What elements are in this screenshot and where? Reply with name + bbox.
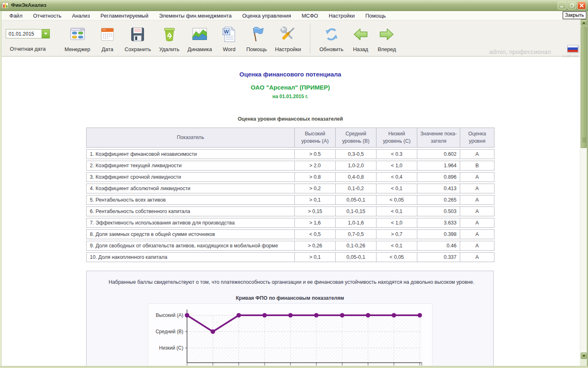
delete-button-label: Удалить [159, 46, 180, 52]
table-header-row: Показатель Высокий уровень (А) Средний у… [86, 128, 494, 148]
data-point [417, 313, 422, 318]
indicator-value: 0.398 [417, 229, 460, 239]
level-grade: A [460, 206, 494, 216]
report-date-combo[interactable]: 01.01.2015 [6, 29, 50, 38]
back-button[interactable]: Назад [347, 20, 374, 52]
help-button[interactable]: Помощь [242, 20, 271, 52]
menu-file[interactable]: Файл [4, 11, 28, 20]
menu-fin-management[interactable]: Элементы фин.менеджмента [154, 11, 237, 20]
level-grade: A [460, 195, 494, 205]
plot-area [187, 315, 422, 363]
low-level-value: < 1,0 [376, 161, 417, 171]
mid-level-value: 0,05-0,1 [335, 252, 376, 262]
table-row: 6. Рентабельность собственного капитала>… [86, 206, 494, 216]
col-header-low-level: Низкий уровень (С) [376, 128, 417, 148]
maximize-button[interactable] [568, 2, 576, 9]
low-level-value: < 0,05 [376, 252, 417, 262]
manager-button[interactable]: Менеджер [60, 20, 94, 52]
word-icon: W [220, 25, 238, 43]
menu-settings[interactable]: Настройки [323, 11, 360, 20]
indicator-value: 0.46 [417, 241, 460, 251]
indicator-value: 0.602 [417, 149, 460, 159]
window-title: ФинЭкАнализ [11, 2, 46, 8]
indicator-name: 10. Доля накопленного капитала [86, 252, 294, 262]
date-button[interactable]: Дата [94, 20, 120, 52]
high-level-value: > 0,2 [294, 184, 335, 193]
mid-level-value: 0,4-0,8 [335, 172, 376, 182]
indicator-value: 0.265 [417, 195, 460, 205]
y-tick-label: Низкий (С) [159, 345, 183, 351]
minimize-button[interactable] [558, 2, 566, 9]
refresh-button[interactable]: Обновить [315, 20, 347, 52]
table-row: 2. Коэффициент текущей ликвидности> 2.01… [86, 161, 494, 171]
indicator-value: 0.896 [417, 172, 460, 182]
scroll-down-button[interactable] [581, 352, 587, 359]
delete-button[interactable]: Удалить [155, 20, 184, 52]
save-button[interactable]: Сохранить [120, 20, 155, 52]
y-tick-label: Средний (В) [155, 329, 183, 334]
indicator-name: 3. Коэффициент срочной ликвидности [86, 172, 294, 182]
level-grade: A [460, 229, 494, 239]
vertical-scrollbar[interactable] [580, 19, 587, 359]
indicator-name: 7. Эффективность использования активов д… [86, 218, 294, 228]
menu-management-eval[interactable]: Оценка управления [237, 11, 296, 20]
fpo-chart-panel: Высокий (А)Средний (В)Низкий (С) [148, 303, 432, 366]
window-controls [558, 2, 586, 9]
indicator-name: 1. Коэффициент финансовой независимости [86, 149, 294, 159]
back-arrow-icon [352, 25, 370, 43]
report-date-input[interactable]: 01.01.2015 [6, 29, 42, 38]
high-level-value: > 0.8 [294, 172, 335, 182]
data-point [365, 313, 370, 318]
menu-reporting[interactable]: Отчетность [28, 11, 67, 20]
table-row: 4. Коэффициент абсолютной ликвидности> 0… [86, 184, 494, 193]
fpo-chart: Высокий (А)Средний (В)Низкий (С) [148, 304, 433, 366]
back-button-label: Назад [353, 46, 368, 52]
scrollbar-thumb[interactable] [581, 26, 587, 148]
menu-analysis[interactable]: Анализ [67, 11, 95, 20]
settings-button[interactable]: Настройки [271, 20, 305, 52]
window-frame-left [0, 11, 2, 368]
data-point [236, 313, 241, 318]
dynamics-button-label: Динамика [187, 46, 212, 52]
user-status-text: admin, профессионал [489, 48, 551, 55]
toolbar: 01.01.2015 Отчетная дата Менеджер [0, 20, 588, 56]
close-button[interactable] [577, 2, 586, 9]
close-icon [579, 3, 584, 8]
refresh-icon [323, 25, 341, 43]
high-level-value: > 0,15 [294, 206, 335, 216]
col-header-mid-level: Средний уровень (В) [335, 128, 376, 148]
app-logo-icon [2, 2, 9, 9]
help-flag-icon [247, 25, 265, 43]
menu-help[interactable]: Помощь [360, 11, 391, 20]
chevron-down-icon [582, 355, 586, 357]
menu-bar: Файл Отчетность Анализ Регламентируемый … [0, 11, 588, 20]
word-export-button[interactable]: W Word [216, 20, 242, 52]
svg-text:W: W [224, 29, 229, 35]
forward-button[interactable]: Вперед [374, 20, 400, 52]
menu-regulated[interactable]: Регламентируемый [95, 11, 154, 20]
low-level-value: < 1,0 [376, 218, 417, 228]
window-frame-bottom [0, 366, 588, 368]
high-level-value: > 2.0 [294, 161, 335, 171]
report-date-line: на 01.01.2015 г. [86, 94, 494, 99]
chart-title: Кривая ФПО по финансовым показателям [87, 295, 493, 301]
level-grade: A [460, 184, 494, 193]
help-button-label: Помощь [246, 46, 267, 52]
dynamics-button[interactable]: Динамика [183, 20, 216, 52]
col-header-indicator: Показатель [86, 128, 294, 148]
indicator-value: 1.964 [417, 161, 460, 171]
indicator-name: 6. Рентабельность собственного капитала [86, 206, 294, 216]
delete-icon [160, 25, 178, 43]
data-point [288, 313, 292, 318]
manager-icon [69, 25, 87, 43]
russian-flag-icon [567, 45, 578, 52]
date-button-label: Дата [102, 46, 114, 52]
toolbar-separator [310, 24, 310, 53]
low-level-value: < 0,1 [376, 241, 417, 251]
menu-msfo[interactable]: МСФО [296, 11, 323, 20]
scroll-up-button[interactable] [581, 19, 587, 26]
report-date-dropdown-button[interactable] [42, 29, 50, 38]
data-point [210, 330, 215, 334]
mid-level-value: 0,1-0,26 [335, 241, 376, 251]
col-header-grade: Оценка уровня [460, 128, 494, 148]
